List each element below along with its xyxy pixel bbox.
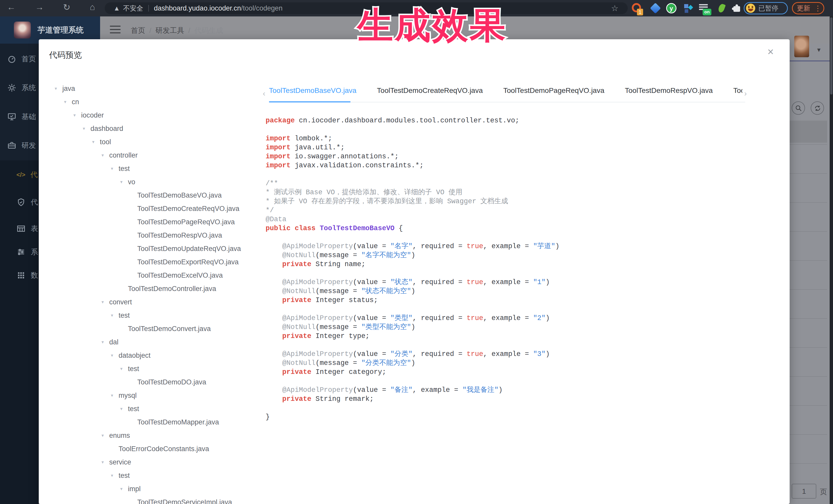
tree-caret-icon[interactable]: ▾ [92, 135, 100, 149]
extension-badge: 1 [637, 9, 643, 16]
tree-node[interactable]: ▾test [39, 162, 259, 175]
tree-node[interactable]: ToolTestDemoPageReqVO.java [39, 215, 259, 229]
tree-caret-icon[interactable]: ▾ [111, 309, 119, 322]
sidebar-item-代[interactable]: 代 [0, 191, 39, 214]
extension-squares-icon[interactable] [683, 3, 693, 13]
sidebar-item-系统[interactable]: 系统 [0, 76, 39, 99]
sidebar-item-研发[interactable]: 研发 [0, 134, 39, 157]
tree-caret-icon[interactable]: ▾ [64, 95, 72, 109]
browser-update-button[interactable]: 更新 ⋮ [792, 2, 824, 15]
browser-reload-icon[interactable]: ↻ [61, 2, 73, 12]
sidebar-item-表[interactable]: 表 [0, 217, 39, 240]
tree-node[interactable]: ToolTestDemoCreateReqVO.java [39, 202, 259, 215]
browser-scrollbar[interactable] [830, 17, 833, 504]
tree-node-label: ToolErrorCodeConstants.java [119, 442, 209, 456]
tree-node[interactable]: ToolTestDemoRespVO.java [39, 229, 259, 242]
page-number-input[interactable]: 1 [792, 484, 816, 499]
tree-node[interactable]: ToolErrorCodeConstants.java [39, 442, 259, 456]
file-tab[interactable]: ToolTestDemoPageReqVO.java [503, 83, 604, 98]
tree-node[interactable]: ToolTestDemoConvert.java [39, 322, 259, 335]
tree-caret-icon[interactable]: ▾ [120, 175, 128, 189]
file-tab[interactable]: ToolTestDemoRespVO.java [625, 83, 713, 98]
sidebar-toggle-icon[interactable] [110, 26, 121, 34]
tree-node[interactable]: ▾dataobject [39, 349, 259, 362]
browser-back-icon[interactable]: ← [5, 2, 18, 12]
table-search-button[interactable] [792, 101, 805, 115]
browser-forward-icon[interactable]: → [33, 2, 46, 12]
tree-node[interactable]: ▾test [39, 362, 259, 376]
breadcrumb-item[interactable]: 研发工具 [156, 26, 184, 34]
code-line: import lombok.*; [266, 134, 779, 143]
tree-caret-icon[interactable]: ▾ [111, 349, 119, 362]
sidebar-item-首页[interactable]: 首页 [0, 47, 39, 71]
tree-node[interactable]: ToolTestDemoDO.java [39, 376, 259, 389]
tree-caret-icon[interactable]: ▾ [111, 389, 119, 402]
tree-caret-icon[interactable]: ▾ [120, 402, 128, 415]
app-title: 芋道管理系统 [38, 25, 84, 35]
tree-caret-icon[interactable]: ▾ [120, 362, 128, 376]
tree-node[interactable]: ToolTestDemoExportReqVO.java [39, 255, 259, 269]
tree-caret-icon[interactable]: ▾ [102, 335, 109, 349]
tree-caret-icon[interactable]: ▾ [102, 295, 109, 309]
user-menu-caret-icon[interactable]: ▼ [816, 47, 822, 53]
tab-scroll-right-icon[interactable]: › [744, 89, 747, 98]
extension-ubuntu-icon[interactable]: 1 [632, 3, 642, 13]
tree-caret-icon[interactable]: ▾ [111, 162, 119, 175]
tree-node[interactable]: ▾test [39, 402, 259, 415]
tree-node[interactable]: ▾convert [39, 295, 259, 309]
sidebar-item-代[interactable]: </>代 [0, 163, 39, 186]
file-tab[interactable]: ToolTe [733, 83, 742, 98]
sidebar-item-基础[interactable]: 基础 [0, 105, 39, 128]
tree-node[interactable]: ToolTestDemoUpdateReqVO.java [39, 242, 259, 255]
tree-caret-icon[interactable]: ▾ [55, 82, 62, 95]
tree-node[interactable]: ▾iocoder [39, 109, 259, 122]
browser-home-icon[interactable]: ⌂ [86, 2, 98, 12]
profile-paused-chip[interactable]: 已暂停 [744, 2, 788, 15]
sidebar-item-系[interactable]: 系 [0, 240, 39, 264]
tree-node[interactable]: ▾java [39, 82, 259, 95]
tree-caret-icon[interactable]: ▾ [120, 482, 128, 496]
scrollbar-thumb[interactable] [830, 18, 832, 94]
tree-node[interactable]: ToolTestDemoController.java [39, 282, 259, 295]
tree-node[interactable]: ▾impl [39, 482, 259, 496]
tree-node[interactable]: ▾vo [39, 175, 259, 189]
user-avatar[interactable] [794, 36, 809, 57]
extension-list-icon[interactable]: on [699, 3, 709, 13]
tree-node[interactable]: ▾cn [39, 95, 259, 109]
tree-node[interactable]: ToolTestDemoServiceImpl.java [39, 496, 259, 504]
extension-green-circle-icon[interactable]: y [666, 3, 676, 13]
tree-caret-icon[interactable]: ▾ [102, 429, 109, 442]
tree-caret-icon[interactable]: ▾ [73, 109, 81, 122]
extension-gem-icon[interactable] [650, 3, 661, 13]
tree-node[interactable]: ToolTestDemoMapper.java [39, 415, 259, 429]
tree-node[interactable]: ▾mysql [39, 389, 259, 402]
tree-node[interactable]: ▾enums [39, 429, 259, 442]
tree-node[interactable]: ▾controller [39, 149, 259, 162]
breadcrumb-item[interactable]: 首页 [131, 26, 145, 34]
tree-caret-icon[interactable]: ▾ [111, 469, 119, 482]
code-line: @ApiModelProperty(value = "备注", example … [266, 386, 779, 395]
sidebar-item-label: 基础 [22, 112, 36, 122]
tree-node[interactable]: ▾dashboard [39, 122, 259, 135]
tab-scroll-left-icon[interactable]: ‹ [263, 89, 265, 98]
tree-node[interactable]: ▾test [39, 469, 259, 482]
tree-node[interactable]: ▾test [39, 309, 259, 322]
file-tab[interactable]: ToolTestDemoBaseVO.java [269, 83, 356, 98]
dialog-close-icon[interactable]: × [767, 46, 774, 57]
extension-leaf-icon[interactable] [716, 3, 727, 13]
browser-menu-icon[interactable]: ⋮ [814, 4, 822, 13]
tree-node[interactable]: ▾dal [39, 335, 259, 349]
tree-caret-icon[interactable]: ▾ [83, 122, 91, 135]
file-tab[interactable]: ToolTestDemoCreateReqVO.java [377, 83, 483, 98]
tree-node[interactable]: ▾tool [39, 135, 259, 149]
gear-icon [7, 83, 17, 92]
tree-node[interactable]: ToolTestDemoExcelVO.java [39, 269, 259, 282]
tree-caret-icon[interactable]: ▾ [102, 149, 109, 162]
extensions-puzzle-icon[interactable] [731, 3, 742, 13]
tree-node[interactable]: ▾service [39, 456, 259, 469]
table-refresh-button[interactable] [811, 101, 824, 115]
tree-caret-icon[interactable]: ▾ [102, 456, 109, 469]
bookmark-star-icon[interactable]: ☆ [611, 3, 618, 13]
tree-node[interactable]: ToolTestDemoBaseVO.java [39, 189, 259, 202]
sidebar-item-数[interactable]: 数 [0, 264, 39, 287]
